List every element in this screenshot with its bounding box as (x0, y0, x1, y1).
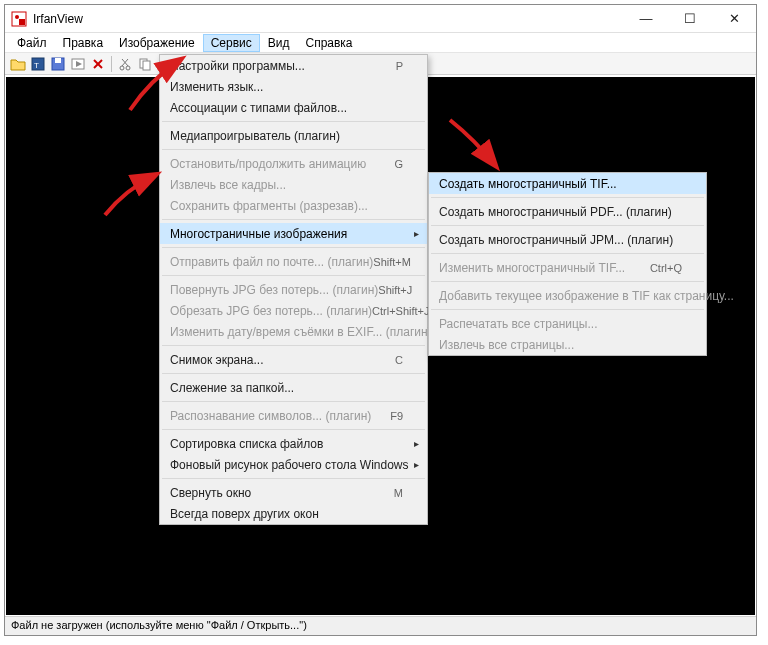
service-menu-item-25[interactable]: Фоновый рисунок рабочего стола Windows▸ (160, 454, 427, 475)
service-menu-item-label: Медиапроигрыватель (плагин) (170, 129, 340, 143)
minimize-button[interactable]: — (624, 5, 668, 33)
service-menu-item-14: Повернуть JPG без потерь... (плагин)Shif… (160, 279, 427, 300)
service-menu-item-label: Сохранить фрагменты (разрезав)... (170, 199, 368, 213)
menu-edit[interactable]: Правка (55, 34, 112, 52)
svg-text:T: T (34, 61, 39, 70)
svg-point-12 (126, 66, 130, 70)
service-menu-item-label: Сортировка списка файлов (170, 437, 323, 451)
service-menu-item-shortcut: P (396, 60, 403, 72)
delete-icon[interactable] (89, 55, 107, 73)
service-menu-item-shortcut: Shift+M (373, 256, 411, 268)
service-menu-item-label: Изменить язык... (170, 80, 263, 94)
service-menu-separator (162, 345, 425, 346)
service-menu-item-shortcut: M (394, 487, 403, 499)
service-menu-item-20[interactable]: Слежение за папкой... (160, 377, 427, 398)
toolbar-separator (111, 56, 112, 72)
service-menu-item-label: Всегда поверх других окон (170, 507, 319, 521)
close-button[interactable]: ✕ (712, 5, 756, 33)
service-menu-separator (162, 275, 425, 276)
menu-image[interactable]: Изображение (111, 34, 203, 52)
service-menu-item-shortcut: G (394, 158, 403, 170)
multipage-menu-separator (431, 309, 704, 310)
service-menu-item-8: Сохранить фрагменты (разрезав)... (160, 195, 427, 216)
service-menu-item-label: Извлечь все кадры... (170, 178, 286, 192)
svg-rect-16 (143, 61, 150, 70)
service-dropdown: Настройки программы...PИзменить язык...А… (159, 54, 428, 525)
service-menu-item-22: Распознавание символов... (плагин)F9 (160, 405, 427, 426)
service-menu-item-label: Многостраничные изображения (170, 227, 347, 241)
service-menu-item-27[interactable]: Свернуть окноM (160, 482, 427, 503)
open-icon[interactable] (9, 55, 27, 73)
service-menu-separator (162, 429, 425, 430)
service-menu-item-shortcut: Ctrl+Shift+J (372, 305, 429, 317)
thumbnail-icon[interactable]: T (29, 55, 47, 73)
menubar: Файл Правка Изображение Сервис Вид Справ… (5, 33, 756, 53)
menu-service[interactable]: Сервис (203, 34, 260, 52)
service-menu-item-28[interactable]: Всегда поверх других окон (160, 503, 427, 524)
service-menu-item-7: Извлечь все кадры... (160, 174, 427, 195)
multipage-menu-item-label: Создать многостраничный PDF... (плагин) (439, 205, 672, 219)
service-menu-separator (162, 478, 425, 479)
multipage-menu-item-shortcut: Ctrl+Q (650, 262, 682, 274)
service-menu-item-1[interactable]: Изменить язык... (160, 76, 427, 97)
save-icon[interactable] (49, 55, 67, 73)
status-text: Файл не загружен (используйте меню "Файл… (11, 619, 307, 631)
service-menu-item-label: Отправить файл по почте... (плагин) (170, 255, 373, 269)
service-menu-item-label: Изменить дату/время съёмки в EXIF... (пл… (170, 325, 432, 339)
multipage-menu-item-0[interactable]: Создать многостраничный TIF... (429, 173, 706, 194)
app-icon (11, 11, 27, 27)
multipage-menu-item-4[interactable]: Создать многостраничный JPM... (плагин) (429, 229, 706, 250)
multipage-menu-separator (431, 281, 704, 282)
copy-icon[interactable] (136, 55, 154, 73)
multipage-menu-item-10: Распечатать все страницы... (429, 313, 706, 334)
window-title: IrfanView (33, 12, 624, 26)
service-menu-separator (162, 401, 425, 402)
service-menu-item-shortcut: F9 (390, 410, 403, 422)
service-menu-item-10[interactable]: Многостраничные изображения▸ (160, 223, 427, 244)
service-menu-item-label: Снимок экрана... (170, 353, 264, 367)
service-menu-item-24[interactable]: Сортировка списка файлов▸ (160, 433, 427, 454)
multipage-menu-item-2[interactable]: Создать многостраничный PDF... (плагин) (429, 201, 706, 222)
service-menu-item-shortcut: Shift+J (378, 284, 412, 296)
service-menu-separator (162, 247, 425, 248)
chevron-right-icon: ▸ (414, 438, 419, 449)
service-menu-separator (162, 121, 425, 122)
multipage-menu-item-label: Создать многостраничный TIF... (439, 177, 617, 191)
service-menu-item-label: Остановить/продолжить анимацию (170, 157, 366, 171)
service-menu-item-12: Отправить файл по почте... (плагин)Shift… (160, 251, 427, 272)
multipage-menu-item-label: Изменить многостраничный TIF... (439, 261, 625, 275)
menu-help[interactable]: Справка (297, 34, 360, 52)
multipage-menu-item-6: Изменить многостраничный TIF...Ctrl+Q (429, 257, 706, 278)
service-menu-item-label: Распознавание символов... (плагин) (170, 409, 371, 423)
service-menu-separator (162, 219, 425, 220)
cut-icon[interactable] (116, 55, 134, 73)
slideshow-icon[interactable] (69, 55, 87, 73)
service-menu-item-0[interactable]: Настройки программы...P (160, 55, 427, 76)
app-window: IrfanView — ☐ ✕ Файл Правка Изображение … (4, 4, 757, 636)
service-menu-item-label: Повернуть JPG без потерь... (плагин) (170, 283, 378, 297)
service-menu-item-4[interactable]: Медиапроигрыватель (плагин) (160, 125, 427, 146)
multipage-menu-separator (431, 253, 704, 254)
service-menu-item-label: Ассоциации с типами файлов... (170, 101, 347, 115)
multipage-menu-item-11: Извлечь все страницы... (429, 334, 706, 355)
svg-rect-6 (55, 58, 61, 63)
multipage-menu-item-label: Извлечь все страницы... (439, 338, 574, 352)
multipage-menu-item-label: Добавить текущее изображение в TIF как с… (439, 289, 734, 303)
service-menu-item-18[interactable]: Снимок экрана...C (160, 349, 427, 370)
service-menu-item-shortcut: C (395, 354, 403, 366)
service-menu-item-2[interactable]: Ассоциации с типами файлов... (160, 97, 427, 118)
svg-point-1 (15, 15, 19, 19)
service-menu-item-label: Фоновый рисунок рабочего стола Windows (170, 458, 409, 472)
service-menu-separator (162, 149, 425, 150)
svg-point-11 (120, 66, 124, 70)
service-menu-item-16: Изменить дату/время съёмки в EXIF... (пл… (160, 321, 427, 342)
menu-view[interactable]: Вид (260, 34, 298, 52)
multipage-menu-separator (431, 225, 704, 226)
window-controls: — ☐ ✕ (624, 5, 756, 33)
menu-file[interactable]: Файл (9, 34, 55, 52)
chevron-right-icon: ▸ (414, 459, 419, 470)
maximize-button[interactable]: ☐ (668, 5, 712, 33)
titlebar: IrfanView — ☐ ✕ (5, 5, 756, 33)
multipage-menu-item-8: Добавить текущее изображение в TIF как с… (429, 285, 706, 306)
multipage-menu-item-label: Создать многостраничный JPM... (плагин) (439, 233, 673, 247)
